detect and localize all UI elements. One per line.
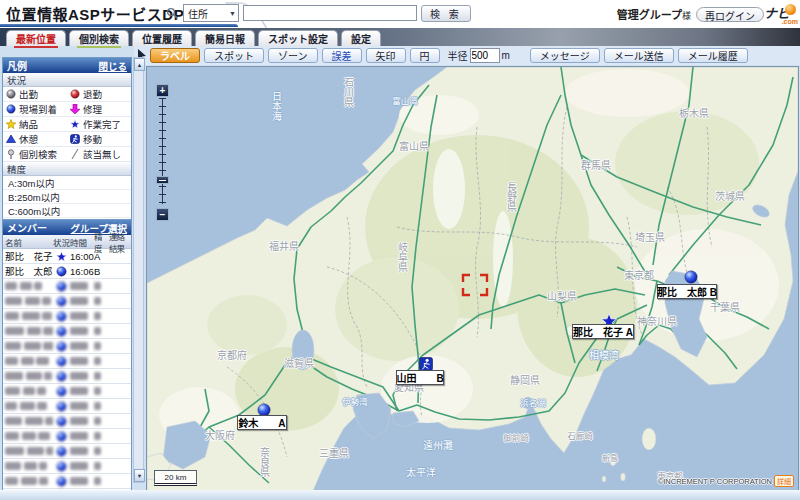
toolbar-button-メール送信[interactable]: メール送信: [604, 48, 674, 63]
search-button[interactable]: 検 索: [421, 5, 471, 22]
marker-label-yamada[interactable]: 山田 B: [396, 370, 444, 385]
accuracy-level: C:600m以内: [3, 204, 131, 218]
relogin-button[interactable]: 再ログイン: [696, 7, 764, 22]
map-label-京都府: 京都府: [217, 347, 247, 362]
chevron-down-icon: ▼: [229, 10, 236, 17]
tab-個別検索[interactable]: 個別検索: [69, 30, 129, 46]
zoom-slider-handle[interactable]: [156, 176, 169, 184]
tab-簡易日報[interactable]: 簡易日報: [195, 30, 255, 46]
map-label-浜名湖: 浜名湖: [520, 396, 546, 408]
member-row-redacted[interactable]: [3, 339, 131, 354]
toolbar-button-ラベル[interactable]: ラベル: [150, 48, 200, 63]
member-row-redacted[interactable]: [3, 429, 131, 444]
map-copyright: ©INCREMENT P CORPORATION 詳細: [658, 475, 794, 487]
tab-スポット設定[interactable]: スポット設定: [258, 30, 338, 46]
map-label-長野県: 長野県: [504, 182, 519, 212]
map-label-石川県: 石川県: [341, 77, 356, 107]
member-row-redacted[interactable]: [3, 354, 131, 369]
toolbar-button-メール履歴[interactable]: メール履歴: [678, 48, 748, 63]
scroll-up-button[interactable]: ▲: [134, 58, 145, 71]
map-label-相模湾: 相模湾: [589, 347, 619, 362]
bottom-bar: [0, 490, 800, 500]
map-label-伊勢湾: 伊勢湾: [342, 395, 368, 407]
map-scale: 20 km: [154, 470, 197, 486]
map-label-石廊崎: 石廊崎: [567, 429, 593, 441]
toolbar-button-矢印[interactable]: 矢印: [366, 48, 406, 63]
map-label-太平洋: 太平洋: [406, 464, 436, 479]
gray-pin-icon: [6, 149, 16, 159]
tab-label: 簡易日報: [203, 30, 247, 48]
blue-ball-icon: [53, 266, 70, 277]
tab-設定[interactable]: 設定: [341, 30, 381, 46]
logo-flame-icon: [785, 4, 796, 15]
radius-control: 半径 m: [448, 48, 510, 63]
member-row-redacted[interactable]: [3, 399, 131, 414]
account-name: 管理グループ様: [617, 6, 691, 22]
radius-input[interactable]: [470, 48, 500, 63]
marker-label-hanako[interactable]: 那比 花子 A: [572, 324, 634, 339]
blue-ball-icon: [53, 401, 70, 412]
members-title: メンバー: [7, 220, 47, 235]
marker-label-taro[interactable]: 那比 太郎 B: [657, 284, 717, 299]
legend-panel: 凡例 閉じる 状況 出勤退勤現場到着修理納品作業完了休憩移動個別検索該当無し 精…: [2, 57, 132, 233]
member-row-redacted[interactable]: [3, 459, 131, 474]
legend-item-休憩: 休憩: [3, 132, 67, 147]
map-label-岐阜県: 岐阜県: [395, 242, 410, 272]
tab-位置履歴[interactable]: 位置履歴: [132, 30, 192, 46]
member-row-redacted[interactable]: [3, 444, 131, 459]
map-label-日本海: 日本海: [269, 91, 284, 121]
legend-item-移動: 移動: [67, 132, 131, 147]
legend-status-header: 状況: [3, 73, 131, 87]
zoom-out-button[interactable]: −: [156, 208, 169, 221]
member-row-redacted[interactable]: [3, 474, 131, 489]
col-header-状況: 状況: [53, 236, 70, 248]
member-row-redacted[interactable]: [3, 279, 131, 294]
blue-ball-icon: [53, 446, 70, 457]
blue-ball-icon: [53, 326, 70, 337]
col-header-連絡結果: 連絡結果: [109, 230, 131, 254]
scroll-down-button[interactable]: ▼: [134, 469, 145, 482]
brand-logo: ナビ .com: [764, 3, 798, 25]
blue-star-icon: [70, 119, 80, 129]
blue-ball-icon: [53, 311, 70, 322]
toolbar-button-誤差[interactable]: 誤差: [322, 48, 362, 63]
map-label-遠州灘: 遠州灘: [423, 437, 453, 452]
member-row-redacted[interactable]: [3, 384, 131, 399]
member-row-redacted[interactable]: [3, 309, 131, 324]
blue-ball-icon: [53, 371, 70, 382]
legend-item-出勤: 出勤: [3, 87, 67, 102]
map-label-福井県: 福井県: [269, 238, 299, 253]
search-category-select[interactable]: 住所▼: [183, 4, 239, 22]
toolbar-button-ゾーン[interactable]: ゾーン: [268, 48, 318, 63]
toolbar-button-メッセージ[interactable]: メッセージ: [530, 48, 600, 63]
tab-bar: 最新位置個別検索位置履歴簡易日報スポット設定設定: [0, 28, 800, 46]
map-label-栃木県: 栃木県: [679, 105, 709, 120]
legend-item-退勤: 退勤: [67, 87, 131, 102]
member-row-redacted[interactable]: [3, 324, 131, 339]
legend-close-link[interactable]: 閉じる: [98, 59, 127, 73]
copyright-badge[interactable]: 詳細: [774, 475, 794, 487]
blue-star-icon: [53, 251, 70, 262]
member-row-redacted[interactable]: [3, 294, 131, 309]
toolbar-button-スポット[interactable]: スポット: [204, 48, 264, 63]
zoom-in-button[interactable]: +: [156, 84, 169, 97]
members-table-header: 名前状況時間精度連絡結果: [3, 235, 131, 249]
search-input[interactable]: [243, 5, 417, 21]
toolbar-button-円[interactable]: 円: [410, 48, 440, 63]
zoom-ticks: [159, 98, 166, 204]
map-viewport[interactable]: 日本海富山湾石川県富山県栃木県群馬県茨城県埼玉県長野県山梨県東京都神奈川県千葉県…: [146, 66, 799, 491]
member-row-redacted[interactable]: [3, 414, 131, 429]
map-label-茨城県: 茨城県: [715, 188, 745, 203]
blue-ball-icon: [53, 476, 70, 487]
map-label-奈良県: 奈良県: [257, 447, 272, 477]
accuracy-level: B:250m以内: [3, 190, 131, 204]
blue-ball-icon: [53, 386, 70, 397]
accuracy-level: A:30m以内: [3, 176, 131, 190]
member-row[interactable]: 那比 太郎16:06B: [3, 264, 131, 279]
tab-label: 位置履歴: [140, 30, 184, 48]
marker-label-suzuki[interactable]: 鈴木 A: [237, 415, 287, 430]
tab-最新位置[interactable]: 最新位置: [6, 30, 66, 46]
member-row-redacted[interactable]: [3, 369, 131, 384]
sidebar-scrollbar[interactable]: ▲ ▼: [133, 57, 144, 483]
blue-ball-icon: [53, 356, 70, 367]
